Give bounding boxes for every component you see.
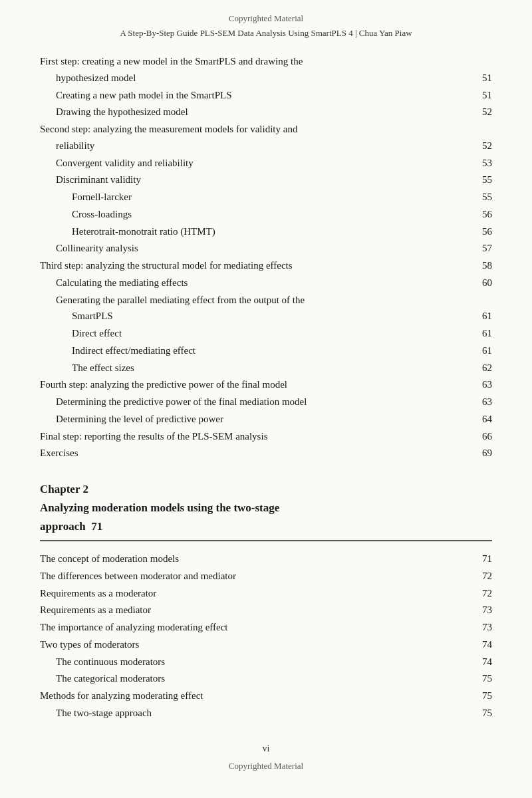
toc-entry: Creating a new path model in the SmartPL… xyxy=(40,87,492,104)
chapter2-title: Analyzing moderation models using the tw… xyxy=(40,499,492,536)
chapter2-title-line1: Analyzing moderation models using the tw… xyxy=(40,501,279,514)
entry-page: 52 xyxy=(482,104,492,120)
entry-text: Determining the level of predictive powe… xyxy=(56,411,477,428)
chapter2-label: Chapter 2 xyxy=(40,480,492,499)
entry-text: Creating a new path model in the SmartPL… xyxy=(56,87,477,104)
toc-entry: Direct effect61 xyxy=(40,325,492,342)
entry-page: 52 xyxy=(482,138,492,154)
entry-page: 75 xyxy=(482,670,492,687)
toc-entry: The effect sizes62 xyxy=(40,360,492,376)
entry-text: The importance of analyzing moderating e… xyxy=(40,619,477,636)
entry-page: 62 xyxy=(482,360,492,376)
page-wrapper: Copyrighted Material A Step-By-Step Guid… xyxy=(0,0,532,798)
toc-entry: Requirements as a moderator72 xyxy=(40,585,492,602)
toc-entry: The concept of moderation models71 xyxy=(40,551,492,567)
toc-entry: Determining the level of predictive powe… xyxy=(40,411,492,428)
entry-text: Heterotrait-monotrait ratio (HTMT) xyxy=(72,223,477,240)
entry-text: Third step: analyzing the structural mod… xyxy=(40,257,477,274)
entry-text: Indirect effect/mediating effect xyxy=(72,342,477,359)
chapter2-section: Chapter 2 Analyzing moderation models us… xyxy=(40,480,492,541)
toc-entry: Second step: analyzing the measurement m… xyxy=(40,121,492,154)
entry-page: 55 xyxy=(482,172,492,188)
entry-text: The differences between moderator and me… xyxy=(40,568,477,585)
entry-page: 51 xyxy=(482,70,492,86)
toc-entry: Drawing the hypothesized model52 xyxy=(40,104,492,120)
toc-entry: Methods for analyzing moderating effect7… xyxy=(40,688,492,704)
entry-text: Generating the parallel mediating effect… xyxy=(56,292,305,309)
entry-page: 53 xyxy=(482,155,492,172)
toc-entry: Exercises69 xyxy=(40,445,492,462)
book-title: A Step-By-Step Guide PLS-SEM Data Analys… xyxy=(40,28,492,39)
toc-container: First step: creating a new model in the … xyxy=(40,53,492,462)
entry-text: Discriminant validity xyxy=(56,172,477,188)
entry-page: 71 xyxy=(482,551,492,567)
entry-text: Fornell-larcker xyxy=(72,189,477,205)
copyright-bottom: Copyrighted Material xyxy=(40,761,492,771)
entry-text-cont: SmartPLS xyxy=(72,308,113,325)
entry-text: Collinearity analysis xyxy=(56,240,477,257)
entry-page: 66 xyxy=(482,428,492,445)
entry-page: 61 xyxy=(482,308,492,325)
entry-page: 72 xyxy=(482,568,492,585)
entry-text: The continuous moderators xyxy=(56,654,477,670)
entry-text: Second step: analyzing the measurement m… xyxy=(40,121,297,138)
toc-entry: The importance of analyzing moderating e… xyxy=(40,619,492,636)
entry-page: 64 xyxy=(482,411,492,428)
entry-text: The categorical moderators xyxy=(56,670,477,687)
toc-entry: Heterotrait-monotrait ratio (HTMT)56 xyxy=(40,223,492,240)
entry-page: 51 xyxy=(482,87,492,104)
entry-page: 61 xyxy=(482,342,492,359)
copyright-top: Copyrighted Material xyxy=(40,13,492,24)
entry-text: Fourth step: analyzing the predictive po… xyxy=(40,376,477,393)
entry-page: 58 xyxy=(482,257,492,274)
entry-page: 74 xyxy=(482,654,492,670)
entry-text: Determining the predictive power of the … xyxy=(56,394,477,410)
entry-page: 57 xyxy=(482,240,492,257)
entry-page: 75 xyxy=(482,705,492,722)
toc2-container: The concept of moderation models71The di… xyxy=(40,551,492,722)
entry-text: Calculating the mediating effects xyxy=(56,275,477,291)
entry-text-cont: hypothesized model xyxy=(56,70,136,86)
toc-entry: Convergent validity and reliability53 xyxy=(40,155,492,172)
entry-text: Drawing the hypothesized model xyxy=(56,104,477,120)
toc-entry: Calculating the mediating effects60 xyxy=(40,275,492,291)
entry-text: Final step: reporting the results of the… xyxy=(40,428,477,445)
entry-text: The two-stage approach xyxy=(56,705,477,722)
entry-page: 55 xyxy=(482,189,492,205)
entry-text: Two types of moderators xyxy=(40,636,477,653)
entry-text: The concept of moderation models xyxy=(40,551,477,567)
entry-page: 74 xyxy=(482,636,492,653)
toc-entry: Third step: analyzing the structural mod… xyxy=(40,257,492,274)
entry-page: 60 xyxy=(482,275,492,291)
toc-entry: Discriminant validity55 xyxy=(40,172,492,188)
entry-text-cont: reliability xyxy=(56,138,94,154)
chapter2-title-line2: approach 71 xyxy=(40,520,102,533)
toc-entry: Fornell-larcker55 xyxy=(40,189,492,205)
toc-entry: Generating the parallel mediating effect… xyxy=(40,292,492,325)
toc-entry: The categorical moderators75 xyxy=(40,670,492,687)
entry-page: 73 xyxy=(482,602,492,618)
entry-text: Requirements as a mediator xyxy=(40,602,477,618)
entry-page: 63 xyxy=(482,376,492,393)
entry-page: 72 xyxy=(482,585,492,602)
entry-page: 56 xyxy=(482,206,492,223)
entry-text: The effect sizes xyxy=(72,360,477,376)
toc-entry: Requirements as a mediator73 xyxy=(40,602,492,618)
entry-text: First step: creating a new model in the … xyxy=(40,53,303,70)
toc-entry: Indirect effect/mediating effect61 xyxy=(40,342,492,359)
entry-page: 61 xyxy=(482,325,492,342)
entry-text: Direct effect xyxy=(72,325,477,342)
toc-entry: Two types of moderators74 xyxy=(40,636,492,653)
toc-entry: Determining the predictive power of the … xyxy=(40,394,492,410)
toc-entry: The differences between moderator and me… xyxy=(40,568,492,585)
entry-text: Exercises xyxy=(40,445,477,462)
entry-page: 56 xyxy=(482,223,492,240)
entry-text: Requirements as a moderator xyxy=(40,585,477,602)
entry-text: Cross-loadings xyxy=(72,206,477,223)
toc-entry: Final step: reporting the results of the… xyxy=(40,428,492,445)
entry-page: 73 xyxy=(482,619,492,636)
entry-page: 69 xyxy=(482,445,492,462)
entry-page: 75 xyxy=(482,688,492,704)
toc-entry: The continuous moderators74 xyxy=(40,654,492,670)
entry-page: 63 xyxy=(482,394,492,410)
